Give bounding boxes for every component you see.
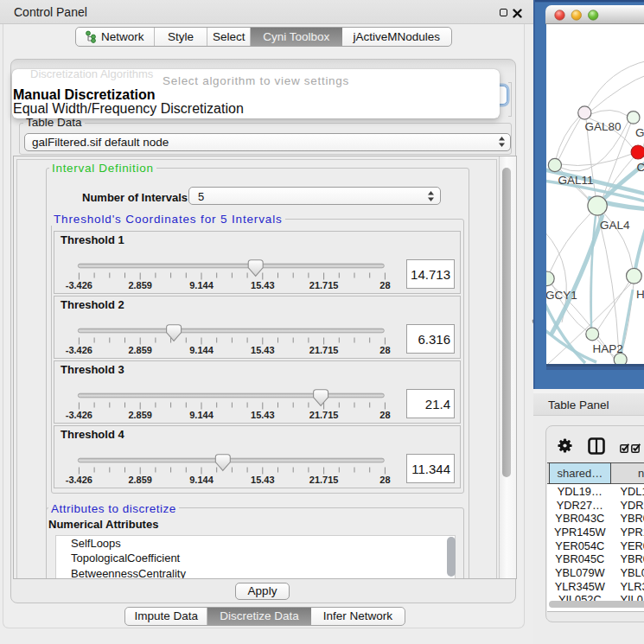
svg-text:H: H (636, 287, 644, 300)
svg-text:GAL4: GAL4 (600, 218, 630, 231)
svg-text:HAP2: HAP2 (592, 341, 622, 354)
svg-text:GA: GA (635, 125, 644, 138)
svg-text:C: C (636, 160, 644, 173)
svg-text:GAL80: GAL80 (584, 120, 621, 133)
svg-text:GAL11: GAL11 (558, 174, 593, 187)
svg-text:GCY1: GCY1 (546, 289, 577, 302)
